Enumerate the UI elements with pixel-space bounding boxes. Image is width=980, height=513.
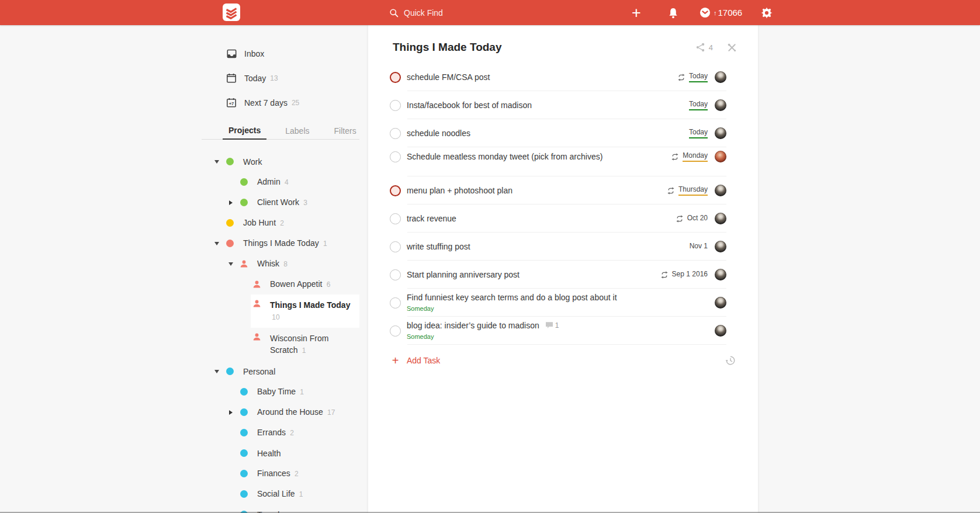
sidebar-project-item[interactable]: Errands 2 [202,422,359,443]
project-name: Bowen Appetit [270,279,323,289]
task-title[interactable]: write stuffing post [407,242,470,251]
task-checkbox[interactable] [390,269,401,280]
due-date[interactable]: Nov 1 [690,242,708,251]
today-icon [225,72,238,84]
collapse-arrow-icon[interactable] [212,370,221,373]
task-checkbox[interactable] [390,72,401,83]
sidebar-tabs: Projects Labels Filters [202,122,359,140]
task-row[interactable]: schedule noodles Today [390,119,726,147]
collapse-arrow-icon[interactable] [226,262,236,266]
karma-indicator[interactable]: ↑ 17066 [699,7,742,18]
task-checkbox[interactable] [390,128,401,139]
task-row[interactable]: menu plan + photoshoot plan Thursday [390,176,726,204]
notifications-button[interactable] [667,0,680,25]
task-label-someday[interactable]: Someday [407,305,434,312]
project-count: 1 [298,388,304,396]
sidebar-item-inbox[interactable]: Inbox [202,41,359,66]
task-label-someday[interactable]: Someday [407,333,434,340]
task-title[interactable]: schedule FM/CSA post [407,72,490,82]
project-name: Social Life [257,489,295,498]
assignee-avatar [715,99,726,111]
task-title[interactable]: Insta/facebook for best of madison [407,100,532,110]
task-checkbox[interactable] [390,213,401,224]
search-placeholder: Quick Find [404,8,443,18]
sidebar-project-item[interactable]: Work [202,151,359,172]
task-row[interactable]: write stuffing post Nov 1 [390,233,726,261]
favorite-label: Next 7 days [244,98,288,108]
sidebar-project-item[interactable]: Client Work 3 [202,192,359,213]
task-checkbox[interactable] [390,151,401,162]
task-row[interactable]: schedule FM/CSA post Today [390,63,726,91]
task-row[interactable]: track revenue Oct 20 [390,204,726,233]
due-date[interactable]: Thursday [678,185,708,196]
task-checkbox[interactable] [390,100,401,111]
sidebar-project-item[interactable]: Around the House 17 [202,402,359,422]
sidebar-project-item[interactable]: Things I Made Today 10 [202,294,359,328]
favorite-count: 25 [292,99,299,107]
collapse-arrow-icon[interactable] [212,242,221,245]
task-row[interactable]: blog idea: insider’s guide to madison 1 … [390,317,726,345]
topbar-actions: + ↑ 17066 [628,0,773,25]
due-date[interactable]: Monday [683,151,708,162]
task-title[interactable]: schedule noodles [407,129,470,138]
task-checkbox[interactable] [390,241,401,252]
todoist-logo[interactable] [223,4,240,21]
sidebar-project-item[interactable]: Bowen Appetit 6 [202,274,359,294]
shared-project-person-icon [237,259,250,268]
project-count: 1 [321,240,327,248]
sidebar-project-item[interactable]: Baby Time 1 [202,382,359,402]
sidebar-project-item[interactable]: Things I Made Today 1 [202,233,359,254]
collapse-arrow-icon[interactable] [212,160,221,164]
task-title[interactable]: blog idea: insider’s guide to madison [407,321,539,330]
comment-indicator[interactable]: 1 [545,321,559,330]
sidebar-item-today[interactable]: Today 13 [202,66,359,91]
task-row[interactable]: Insta/facebook for best of madison Today [390,91,726,119]
sidebar-project-item[interactable]: Personal [202,361,359,382]
due-date[interactable]: Sep 1 2016 [672,270,708,279]
sidebar-project-item[interactable]: Finances 2 [202,463,359,484]
tab-filters[interactable]: Filters [328,122,362,140]
favorite-label: Today [244,74,266,83]
sidebar-project-item[interactable]: Wisconsin From Scratch 1 [202,328,359,361]
task-checkbox[interactable] [390,325,401,337]
task-row[interactable]: Schedule meatless monday tweet (pick fro… [390,147,726,176]
share-button[interactable]: 4 [695,43,713,52]
settings-button[interactable] [760,0,773,25]
expand-arrow-icon[interactable] [226,200,236,205]
task-history-button[interactable] [725,355,736,366]
sidebar-project-item[interactable]: Job Hunt 2 [202,213,359,233]
project-count: 10 [270,313,280,321]
sidebar-project-item[interactable]: Whisk 8 [202,254,359,274]
tab-labels[interactable]: Labels [279,122,315,140]
todoist-logo-icon [223,4,240,21]
task-checkbox[interactable] [390,297,401,309]
sidebar-item-next-7-days[interactable]: +7 Next 7 days 25 [202,91,359,115]
task-title[interactable]: menu plan + photoshoot plan [407,186,512,195]
task-title[interactable]: track revenue [407,214,456,223]
project-name: Finances [257,469,290,478]
due-date[interactable]: Today [689,100,708,110]
tab-projects[interactable]: Projects [223,122,266,140]
project-actions-button[interactable] [727,43,737,53]
sidebar-project-item[interactable]: Social Life 1 [202,484,359,504]
project-color-dot [223,219,236,227]
sidebar-project-item[interactable]: Admin 4 [202,172,359,192]
sidebar-project-item[interactable]: Health [202,443,359,463]
expand-arrow-icon[interactable] [226,410,236,415]
due-date[interactable]: Oct 20 [687,214,708,223]
project-color-dot [237,429,250,436]
due-date[interactable]: Today [689,128,708,138]
quick-find-search[interactable]: Quick Find [389,0,443,25]
add-task-row[interactable]: + Add Task [390,351,726,370]
shared-project-person-icon [250,299,263,308]
due-date[interactable]: Today [689,72,708,82]
task-title[interactable]: Find funniest key search terms and do a … [407,293,617,302]
task-title[interactable]: Schedule meatless monday tweet (pick fro… [407,152,602,161]
task-checkbox[interactable] [390,185,401,196]
bell-icon [668,7,678,19]
task-title[interactable]: Start planning anniversary post [407,270,520,279]
task-row[interactable]: Find funniest key search terms and do a … [390,289,726,317]
history-icon [725,355,736,366]
task-row[interactable]: Start planning anniversary post Sep 1 20… [390,261,726,289]
add-task-topbar-button[interactable]: + [628,0,645,25]
